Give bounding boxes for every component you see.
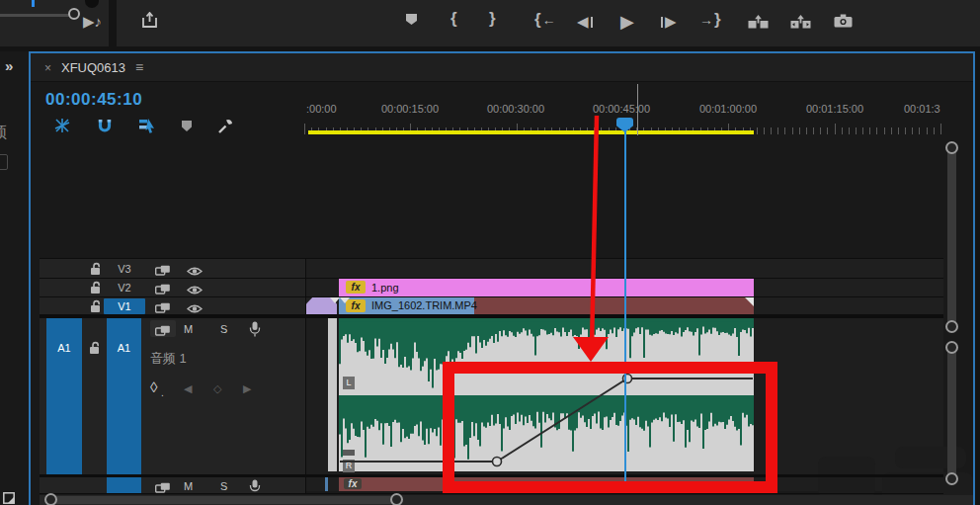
collapsed-panel-rail: » 频 [0, 51, 30, 505]
clip-video-label: IMG_1602.TRIM.MP4 [371, 299, 477, 311]
playhead-timecode[interactable]: 00:00:45:10 [45, 90, 142, 110]
a1-track-target[interactable]: A1 [107, 318, 141, 475]
synclock-icon [155, 265, 171, 277]
v2-synclock-button[interactable] [155, 282, 171, 299]
a1-mute-button[interactable]: M [184, 323, 193, 335]
video-track-headers [40, 259, 306, 314]
play-audio-button[interactable]: ▶♪ [83, 13, 102, 31]
v1-track-label[interactable]: V1 [104, 298, 145, 314]
snap-toggle-button[interactable] [96, 117, 114, 134]
step-forward-button[interactable]: ▶ [660, 13, 677, 31]
transition-notch [330, 297, 340, 303]
zoom-slider-knob[interactable] [68, 8, 80, 20]
horizontal-scrollbar-thumb[interactable] [47, 496, 399, 504]
clip-a2-audio[interactable]: fx [339, 477, 754, 491]
clip-1png-label: 1.png [371, 282, 399, 294]
audio2-track-header [40, 477, 306, 494]
v3-synclock-button[interactable] [155, 263, 171, 281]
clipped-panel-text: 频 [0, 123, 7, 143]
v1-lock-button[interactable] [90, 299, 103, 317]
video-zoom-scrollbar-bottom-handle[interactable] [945, 320, 958, 333]
sequence-tab-title[interactable]: XFUQ0613 [61, 60, 125, 75]
hscroll-left-handle[interactable] [44, 493, 57, 505]
transition-notch [340, 297, 350, 303]
hscroll-right-handle[interactable] [390, 493, 403, 505]
timeline-tab-bar [31, 53, 973, 82]
nest-toggle-button[interactable] [53, 117, 71, 134]
timeline-settings-button[interactable] [216, 117, 234, 134]
a1-synclock-button[interactable] [155, 323, 171, 341]
microphone-icon [249, 321, 261, 337]
play-note-icon: ▶♪ [83, 13, 102, 31]
a1-toggle-keyframe-button[interactable]: ◇ [213, 382, 221, 395]
mark-out-icon: } [489, 10, 496, 28]
export-media-button[interactable] [141, 12, 159, 29]
clip-a2-sliver[interactable] [325, 477, 328, 491]
fx-badge[interactable]: fx [346, 281, 366, 294]
v3-track-label[interactable]: V3 [104, 261, 145, 277]
playhead-line[interactable] [624, 131, 626, 493]
nest-icon [54, 118, 70, 133]
go-to-out-button[interactable]: →} [699, 11, 721, 29]
v3-toggle-output-button[interactable] [187, 263, 203, 281]
audio-zoom-scrollbar[interactable] [947, 348, 956, 479]
clip-video[interactable]: fx IMG_1602.TRIM.MP4 [339, 297, 754, 314]
a1-add-keyframe-icon[interactable]: ◊ [150, 379, 157, 395]
panel-menu-icon[interactable]: ≡ [135, 59, 143, 75]
synclock-icon [155, 302, 171, 314]
a1-lock-button[interactable] [89, 341, 102, 359]
extract-icon [790, 15, 811, 29]
source-monitor-bottom-strip: ▶♪ [0, 0, 109, 46]
wrench-icon [217, 118, 234, 134]
go-to-out-brace: } [714, 11, 721, 29]
clip-end-indicator [745, 297, 754, 306]
a1-solo-button[interactable]: S [220, 323, 227, 335]
gain-handle[interactable] [343, 450, 355, 456]
export-icon [141, 12, 159, 29]
a1-voiceover-button[interactable] [249, 321, 261, 341]
lock-icon [89, 341, 102, 355]
expand-panels-chevron[interactable]: » [5, 57, 13, 74]
a1-track-name[interactable]: 音频 1 [150, 350, 187, 368]
a1-source-assign[interactable]: A1 [46, 318, 82, 475]
v2-toggle-output-button[interactable] [187, 282, 203, 299]
lift-button[interactable] [748, 15, 769, 29]
v2-track-label[interactable]: V2 [104, 280, 145, 295]
tab-close-icon[interactable]: × [44, 61, 51, 75]
play-button[interactable]: ▶ [620, 13, 634, 31]
zoom-slider-track[interactable] [0, 14, 70, 17]
a1-prev-keyframe-button[interactable]: ◀ [184, 382, 192, 395]
v3-lock-button[interactable] [90, 262, 103, 280]
v1-synclock-button[interactable] [155, 300, 171, 318]
a1-next-keyframe-button[interactable]: ▶ [243, 382, 251, 395]
mark-out-button[interactable]: } [489, 10, 496, 28]
v2-lock-button[interactable] [90, 281, 103, 298]
export-frame-button[interactable] [834, 14, 853, 28]
render-bar-yellow [308, 130, 754, 134]
clip-audio-stub[interactable] [328, 318, 337, 471]
add-marker-button[interactable] [405, 13, 418, 26]
eye-icon [187, 303, 203, 314]
timeline-add-marker-button[interactable] [178, 117, 196, 134]
v1-toggle-output-button[interactable] [187, 300, 203, 318]
eye-icon [187, 285, 203, 295]
video-zoom-scrollbar[interactable] [947, 148, 956, 327]
go-to-in-button[interactable]: {← [534, 11, 556, 29]
fx-badge[interactable]: fx [344, 319, 364, 332]
step-back-button[interactable]: ◀ [577, 13, 594, 31]
a2-solo-button[interactable]: S [220, 480, 227, 492]
export-strip [117, 0, 175, 46]
video-zoom-scrollbar-top-handle[interactable] [945, 141, 958, 154]
audio-zoom-scrollbar-bottom-handle[interactable] [945, 472, 958, 485]
mini-playhead-tick [32, 0, 35, 7]
a2-mute-button[interactable]: M [184, 480, 193, 492]
linked-selection-button[interactable] [138, 117, 156, 134]
clip-1png[interactable]: fx 1.png [339, 279, 754, 296]
extract-button[interactable] [790, 15, 811, 29]
fx-badge[interactable]: fx [344, 478, 362, 489]
a2-track-target[interactable] [107, 477, 141, 493]
a1-track-label: A1 [107, 342, 141, 354]
clip-audio[interactable]: fx L R [339, 318, 754, 471]
mark-in-button[interactable]: { [450, 10, 457, 28]
audio-zoom-scrollbar-top-handle[interactable] [945, 341, 958, 354]
